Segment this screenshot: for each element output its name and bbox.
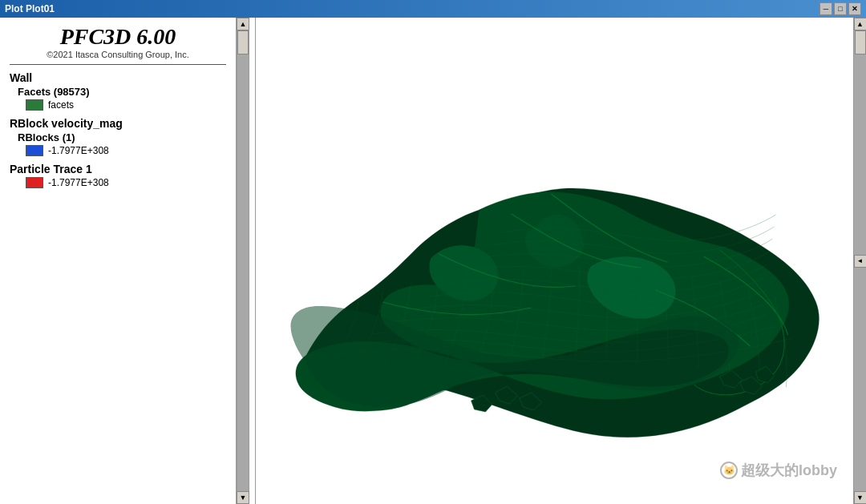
right-scroll-mid[interactable]: ◄: [854, 255, 867, 268]
app-name: PFC3D 6.00: [10, 24, 226, 50]
rblock-color: [26, 145, 43, 156]
watermark-text: 超级大的lobby: [741, 461, 837, 480]
facets-subtitle: Facets (98573): [18, 86, 226, 98]
legend-panel: PFC3D 6.00 ©2021 Itasca Consulting Group…: [0, 18, 237, 504]
left-scrollbar[interactable]: ▲ ▼: [237, 18, 249, 504]
right-scroll-track[interactable]: [854, 30, 866, 255]
title-bar: Plot Plot01 ─ □ ✕: [0, 0, 866, 18]
right-scroll-up[interactable]: ▲: [854, 18, 867, 30]
minimize-button[interactable]: ─: [819, 2, 832, 15]
copyright-text: ©2021 Itasca Consulting Group, Inc.: [10, 50, 226, 59]
rblock-value-item: -1.7977E+308: [26, 145, 226, 156]
viewport: 🐱 超级大的lobby: [249, 18, 853, 504]
section-particle-trace: Particle Trace 1: [10, 163, 226, 175]
scroll-thumb[interactable]: [237, 30, 249, 54]
legend-header: PFC3D 6.00 ©2021 Itasca Consulting Group…: [10, 24, 226, 65]
rblocks-subtitle: RBlocks (1): [18, 131, 226, 143]
window-controls: ─ □ ✕: [819, 2, 861, 15]
window-body: PFC3D 6.00 ©2021 Itasca Consulting Group…: [0, 18, 866, 504]
particle-trace-color: [26, 177, 43, 188]
facets-label: facets: [48, 99, 74, 111]
maximize-button[interactable]: □: [834, 2, 847, 15]
right-scrollbar[interactable]: ▲ ◄ ▼: [853, 18, 866, 504]
section-rblock: RBlock velocity_mag: [10, 117, 226, 130]
right-scroll-down[interactable]: ▼: [854, 491, 867, 504]
section-wall: Wall: [10, 71, 226, 84]
window-title: Plot Plot01: [5, 3, 55, 14]
particle-trace-item: -1.7977E+308: [26, 177, 226, 188]
facets-color: [26, 99, 43, 111]
scroll-down-arrow[interactable]: ▼: [237, 491, 249, 504]
scroll-track[interactable]: [237, 30, 249, 491]
terrain-svg: [249, 18, 853, 504]
rblock-value: -1.7977E+308: [48, 145, 109, 156]
watermark-icon: 🐱: [720, 462, 738, 479]
scroll-up-arrow[interactable]: ▲: [237, 18, 249, 30]
right-scroll-thumb[interactable]: [855, 30, 866, 54]
facets-item: facets: [26, 99, 226, 111]
close-button[interactable]: ✕: [848, 2, 861, 15]
watermark: 🐱 超级大的lobby: [720, 461, 837, 480]
particle-trace-value: -1.7977E+308: [48, 177, 109, 188]
